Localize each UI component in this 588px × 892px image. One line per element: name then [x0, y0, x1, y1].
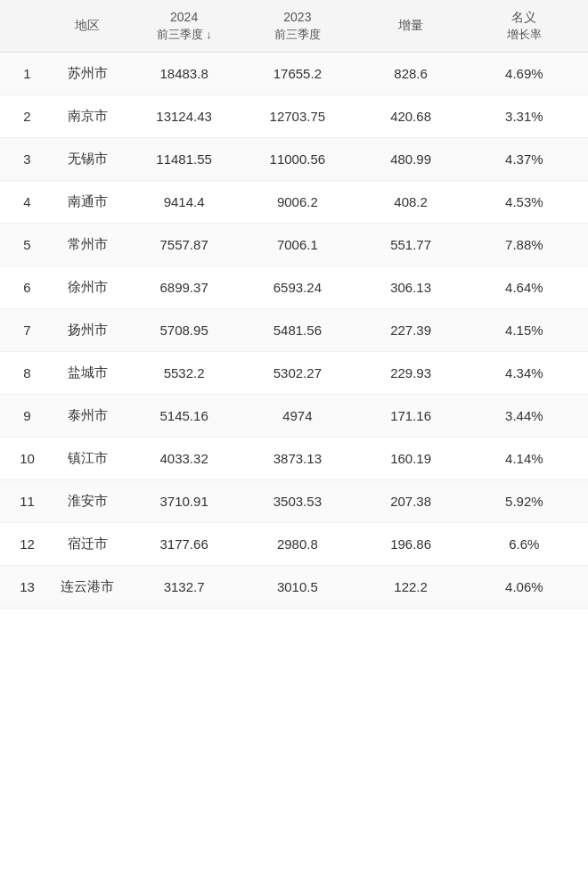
- cell-rank: 5: [7, 237, 47, 252]
- cell-increase: 171.16: [355, 408, 468, 423]
- cell-rate: 4.14%: [468, 451, 581, 466]
- cell-rank: 1: [7, 66, 47, 81]
- cell-name: 无锡市: [47, 151, 127, 168]
- table-row: 13 连云港市 3132.7 3010.5 122.2 4.06%: [0, 566, 588, 609]
- cell-2024: 11481.55: [127, 151, 241, 167]
- cell-increase: 229.93: [355, 365, 468, 381]
- cell-2023: 17655.2: [241, 66, 354, 81]
- header-2024[interactable]: 2024前三季度 ↓: [127, 9, 241, 43]
- cell-increase: 551.77: [355, 237, 468, 252]
- cell-rate: 6.6%: [468, 536, 581, 552]
- cell-2023: 3010.5: [241, 579, 354, 594]
- table-row: 5 常州市 7557.87 7006.1 551.77 7.88%: [0, 224, 588, 266]
- cell-2023: 7006.1: [241, 237, 354, 252]
- cell-rate: 4.15%: [468, 323, 581, 338]
- table-row: 9 泰州市 5145.16 4974 171.16 3.44%: [0, 395, 588, 438]
- cell-increase: 207.38: [355, 494, 468, 509]
- cell-name: 南京市: [47, 108, 127, 125]
- cell-rank: 8: [7, 365, 47, 381]
- cell-rate: 4.06%: [468, 579, 581, 594]
- cell-name: 苏州市: [47, 65, 127, 82]
- cell-increase: 408.2: [355, 194, 468, 209]
- cell-2024: 9414.4: [127, 194, 241, 209]
- cell-increase: 122.2: [355, 579, 468, 594]
- cell-rank: 7: [7, 323, 47, 338]
- cell-2023: 3873.13: [241, 451, 354, 466]
- cell-increase: 828.6: [355, 66, 468, 81]
- header-rate: 名义增长率: [468, 9, 581, 43]
- cell-rate: 3.31%: [468, 109, 581, 124]
- cell-rank: 13: [7, 579, 47, 594]
- cell-increase: 227.39: [355, 323, 468, 338]
- table-row: 10 镇江市 4033.32 3873.13 160.19 4.14%: [0, 438, 588, 480]
- cell-2024: 5708.95: [127, 323, 241, 338]
- cell-rank: 4: [7, 194, 47, 209]
- cell-name: 泰州市: [47, 407, 127, 424]
- cell-rate: 4.34%: [468, 365, 581, 381]
- cell-rank: 6: [7, 280, 47, 295]
- cell-2024: 3710.91: [127, 494, 241, 509]
- cell-name: 连云港市: [47, 578, 127, 595]
- cell-name: 宿迁市: [47, 536, 127, 552]
- cell-2023: 5302.27: [241, 365, 354, 381]
- cell-2023: 3503.53: [241, 494, 354, 509]
- table-row: 11 淮安市 3710.91 3503.53 207.38 5.92%: [0, 480, 588, 523]
- data-table: 地区 2024前三季度 ↓ 2023前三季度 增量 名义增长率 1 苏州市 18…: [0, 0, 588, 609]
- cell-name: 淮安市: [47, 493, 127, 510]
- cell-2023: 11000.56: [241, 151, 354, 167]
- cell-rate: 4.69%: [468, 66, 581, 81]
- cell-rank: 10: [7, 451, 47, 466]
- table-row: 12 宿迁市 3177.66 2980.8 196.86 6.6%: [0, 523, 588, 566]
- cell-increase: 306.13: [355, 280, 468, 295]
- cell-2024: 18483.8: [127, 66, 241, 81]
- cell-2023: 4974: [241, 408, 354, 423]
- cell-2023: 9006.2: [241, 194, 354, 209]
- cell-2024: 4033.32: [127, 451, 241, 466]
- cell-2023: 12703.75: [241, 109, 354, 124]
- cell-name: 常州市: [47, 236, 127, 253]
- cell-2024: 6899.37: [127, 280, 241, 295]
- header-increase: 增量: [355, 9, 468, 43]
- cell-name: 南通市: [47, 193, 127, 210]
- cell-2024: 3177.66: [127, 536, 241, 552]
- cell-rate: 5.92%: [468, 494, 581, 509]
- cell-2024: 13124.43: [127, 109, 241, 124]
- cell-2023: 2980.8: [241, 536, 354, 552]
- table-row: 1 苏州市 18483.8 17655.2 828.6 4.69%: [0, 53, 588, 95]
- cell-name: 镇江市: [47, 450, 127, 467]
- cell-2023: 5481.56: [241, 323, 354, 338]
- table-row: 3 无锡市 11481.55 11000.56 480.99 4.37%: [0, 138, 588, 181]
- cell-2024: 3132.7: [127, 579, 241, 594]
- cell-increase: 420.68: [355, 109, 468, 124]
- header-rank-col: [7, 9, 47, 43]
- table-body: 1 苏州市 18483.8 17655.2 828.6 4.69% 2 南京市 …: [0, 53, 588, 609]
- cell-rate: 3.44%: [468, 408, 581, 423]
- cell-rate: 7.88%: [468, 237, 581, 252]
- header-2023: 2023前三季度: [241, 9, 354, 43]
- cell-name: 徐州市: [47, 279, 127, 296]
- cell-rate: 4.64%: [468, 280, 581, 295]
- table-row: 4 南通市 9414.4 9006.2 408.2 4.53%: [0, 181, 588, 224]
- cell-name: 盐城市: [47, 364, 127, 381]
- cell-2024: 5532.2: [127, 365, 241, 381]
- cell-increase: 196.86: [355, 536, 468, 552]
- cell-increase: 480.99: [355, 151, 468, 167]
- table-row: 6 徐州市 6899.37 6593.24 306.13 4.64%: [0, 266, 588, 309]
- cell-rank: 9: [7, 408, 47, 423]
- cell-increase: 160.19: [355, 451, 468, 466]
- table-header: 地区 2024前三季度 ↓ 2023前三季度 增量 名义增长率: [0, 0, 588, 53]
- table-row: 8 盐城市 5532.2 5302.27 229.93 4.34%: [0, 352, 588, 395]
- table-row: 7 扬州市 5708.95 5481.56 227.39 4.15%: [0, 309, 588, 352]
- cell-2024: 7557.87: [127, 237, 241, 252]
- table-row: 2 南京市 13124.43 12703.75 420.68 3.31%: [0, 95, 588, 138]
- cell-rank: 2: [7, 109, 47, 124]
- cell-rate: 4.37%: [468, 151, 581, 167]
- header-region: 地区: [47, 9, 127, 43]
- cell-name: 扬州市: [47, 322, 127, 339]
- cell-2023: 6593.24: [241, 280, 354, 295]
- cell-rank: 3: [7, 151, 47, 167]
- cell-rank: 11: [7, 494, 47, 509]
- cell-rank: 12: [7, 536, 47, 552]
- cell-2024: 5145.16: [127, 408, 241, 423]
- cell-rate: 4.53%: [468, 194, 581, 209]
